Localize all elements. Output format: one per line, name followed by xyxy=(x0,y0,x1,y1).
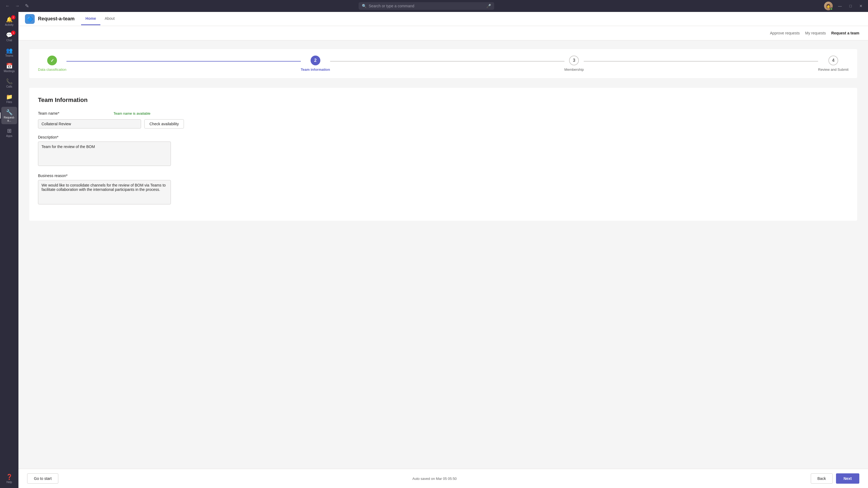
request-icon: 🔧 xyxy=(6,109,13,116)
connector-2-3 xyxy=(330,61,564,62)
form-title: Team Information xyxy=(38,97,848,104)
app-title: Request-a-team xyxy=(38,16,74,22)
sidebar-item-teams[interactable]: 👥 Teams xyxy=(1,45,17,59)
sidebar-item-chat[interactable]: 💬 Chat 1 xyxy=(1,30,17,44)
sidebar-label-chat: Chat xyxy=(6,39,12,42)
title-bar-right: 👩 — □ ✕ xyxy=(824,2,865,10)
title-bar: ← → ✎ 🔍 🎤 👩 — □ ✕ xyxy=(0,0,868,12)
step-4-circle: 4 xyxy=(828,56,838,65)
sidebar-label-meetings: Meetings xyxy=(4,70,15,73)
availability-status: Team name is available xyxy=(114,111,151,116)
sidebar-label-help: Help xyxy=(6,481,12,484)
step-3-number: 3 xyxy=(573,58,575,63)
step-4-label: Review and Submit xyxy=(818,67,848,72)
request-a-team-action[interactable]: Request a team xyxy=(831,29,859,37)
logo-icon: 🔷 xyxy=(27,16,33,22)
search-input[interactable] xyxy=(369,4,484,8)
step-2: 2 Team information xyxy=(301,56,330,72)
step-2-circle: 2 xyxy=(311,56,320,65)
activity-badge: 2 xyxy=(11,15,16,20)
sidebar-item-help[interactable]: ❓ Help xyxy=(1,471,17,486)
footer-left: Go to start xyxy=(27,474,58,484)
close-button[interactable]: ✕ xyxy=(857,3,865,9)
avatar-status xyxy=(830,8,833,10)
sidebar-bottom: ❓ Help xyxy=(1,471,17,486)
go-to-start-button[interactable]: Go to start xyxy=(27,474,58,484)
app-logo: 🔷 xyxy=(25,14,35,24)
form-section: Team Information Team name* Team name is… xyxy=(29,88,857,221)
calls-icon: 📞 xyxy=(6,78,13,85)
sidebar-label-request: Request-a... xyxy=(3,116,16,122)
teams-icon: 👥 xyxy=(6,47,13,54)
step-3: 3 Membership xyxy=(564,56,584,72)
sidebar-item-files[interactable]: 📁 Files xyxy=(1,91,17,106)
sidebar-label-calls: Calls xyxy=(6,85,12,88)
back-button[interactable]: ← xyxy=(3,2,12,9)
chat-badge: 1 xyxy=(11,31,16,35)
files-icon: 📁 xyxy=(6,94,13,100)
description-label: Description* xyxy=(38,135,848,139)
content-area: 🔷 Request-a-team Home About Approve requ… xyxy=(19,12,868,488)
step-1-circle xyxy=(47,56,57,65)
sidebar-label-files: Files xyxy=(6,101,12,104)
avatar[interactable]: 👩 xyxy=(824,2,833,10)
connector-3-4 xyxy=(584,61,818,62)
sidebar-item-calls[interactable]: 📞 Calls xyxy=(1,76,17,90)
mic-icon: 🎤 xyxy=(486,4,491,8)
nav-item-home[interactable]: Home xyxy=(81,12,100,25)
step-1-label: Data classification xyxy=(38,67,66,72)
checkmark-icon xyxy=(51,58,54,63)
app-nav: Home About xyxy=(81,12,119,25)
apps-icon: ⊞ xyxy=(7,127,12,134)
description-group: Description* Team for the review of the … xyxy=(38,135,848,167)
step-1: Data classification xyxy=(38,56,66,72)
search-icon: 🔍 xyxy=(362,4,367,8)
forward-button[interactable]: → xyxy=(13,2,22,9)
step-2-number: 2 xyxy=(314,58,316,63)
business-reason-textarea[interactable]: We would like to consolidate channels fo… xyxy=(38,180,171,204)
sidebar-label-apps: Apps xyxy=(6,134,12,137)
approve-requests-action[interactable]: Approve requests xyxy=(770,29,800,37)
sidebar-item-request[interactable]: 🔧 Request-a... xyxy=(1,107,17,124)
team-name-input[interactable] xyxy=(38,119,141,129)
sidebar: 🔔 Activity 2 💬 Chat 1 👥 Teams 📅 Meetings… xyxy=(0,12,19,488)
minimize-button[interactable]: — xyxy=(836,3,844,9)
team-name-group: Team name* Team name is available Check … xyxy=(38,111,848,129)
meetings-icon: 📅 xyxy=(6,63,13,69)
page-header: Approve requests My requests Request a t… xyxy=(19,26,868,40)
step-4-number: 4 xyxy=(832,58,835,63)
sidebar-item-meetings[interactable]: 📅 Meetings xyxy=(1,61,17,75)
auto-saved-text: Auto saved on Mar 05 05:50 xyxy=(412,477,457,481)
step-4: 4 Review and Submit xyxy=(818,56,848,72)
description-textarea[interactable]: Team for the review of the BOM xyxy=(38,141,171,166)
step-3-label: Membership xyxy=(564,67,584,72)
step-2-label: Team information xyxy=(301,67,330,72)
compose-button[interactable]: ✎ xyxy=(25,3,29,9)
sidebar-item-apps[interactable]: ⊞ Apps xyxy=(1,125,17,140)
title-bar-left: ← → ✎ xyxy=(3,2,29,9)
check-availability-button[interactable]: Check availability xyxy=(144,119,184,129)
business-reason-label: Business reason* xyxy=(38,173,848,178)
app-layout: 🔔 Activity 2 💬 Chat 1 👥 Teams 📅 Meetings… xyxy=(0,12,868,488)
back-button[interactable]: Back xyxy=(811,474,833,484)
sidebar-label-activity: Activity xyxy=(5,23,13,26)
sidebar-item-activity[interactable]: 🔔 Activity 2 xyxy=(1,14,17,29)
step-3-circle: 3 xyxy=(569,56,579,65)
main-content: Data classification 2 Team information 3 xyxy=(19,40,868,469)
nav-buttons: ← → xyxy=(3,2,22,9)
team-name-row: Check availability xyxy=(38,119,848,129)
help-icon: ❓ xyxy=(6,474,13,480)
maximize-button[interactable]: □ xyxy=(847,3,854,9)
search-bar: 🔍 🎤 xyxy=(359,2,494,10)
my-requests-action[interactable]: My requests xyxy=(805,29,826,37)
form-footer: Go to start Auto saved on Mar 05 05:50 B… xyxy=(19,469,868,488)
connector-1-2 xyxy=(66,61,301,62)
sidebar-label-teams: Teams xyxy=(5,54,13,57)
team-name-label: Team name* xyxy=(38,111,59,116)
next-button[interactable]: Next xyxy=(836,474,859,484)
nav-item-about[interactable]: About xyxy=(100,12,119,25)
stepper: Data classification 2 Team information 3 xyxy=(29,49,857,78)
business-reason-group: Business reason* We would like to consol… xyxy=(38,173,848,205)
footer-right: Back Next xyxy=(811,474,859,484)
app-header: 🔷 Request-a-team Home About xyxy=(19,12,868,26)
